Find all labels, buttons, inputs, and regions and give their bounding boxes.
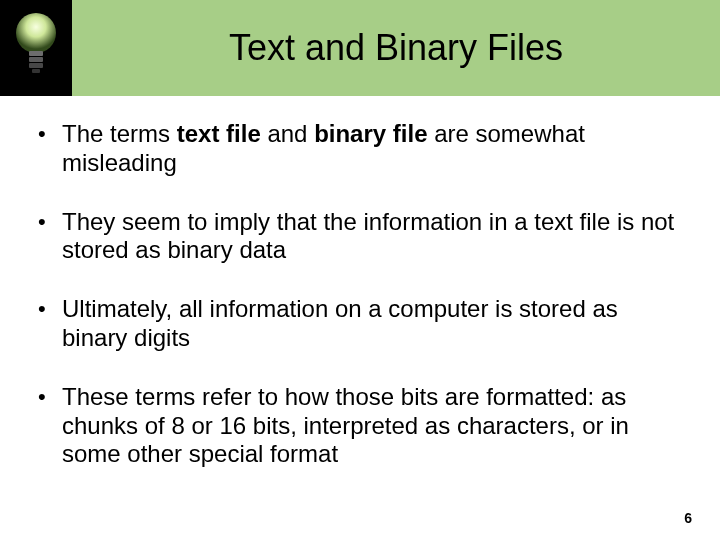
svg-rect-1 bbox=[29, 51, 43, 56]
svg-point-0 bbox=[16, 13, 56, 53]
lightbulb-icon bbox=[9, 7, 63, 89]
bullet-item: Ultimately, all information on a compute… bbox=[36, 295, 684, 353]
bullet-text: These terms refer to how those bits are … bbox=[62, 383, 629, 468]
slide-content: The terms text file and binary file are … bbox=[36, 120, 684, 499]
bullet-text: text file bbox=[177, 120, 261, 147]
bullet-text: They seem to imply that the information … bbox=[62, 208, 674, 264]
title-banner: Text and Binary Files bbox=[0, 0, 720, 96]
bullet-item: The terms text file and binary file are … bbox=[36, 120, 684, 178]
bullet-text: The terms bbox=[62, 120, 177, 147]
bullet-item: These terms refer to how those bits are … bbox=[36, 383, 684, 469]
page-number: 6 bbox=[684, 510, 692, 526]
slide: Text and Binary Files The terms text fil… bbox=[0, 0, 720, 540]
bullet-list: The terms text file and binary file are … bbox=[36, 120, 684, 469]
svg-rect-2 bbox=[29, 57, 43, 62]
svg-rect-3 bbox=[29, 63, 43, 68]
bullet-text: binary file bbox=[314, 120, 427, 147]
bullet-text: Ultimately, all information on a compute… bbox=[62, 295, 618, 351]
bullet-item: They seem to imply that the information … bbox=[36, 208, 684, 266]
svg-rect-4 bbox=[32, 69, 40, 73]
slide-title: Text and Binary Files bbox=[72, 0, 720, 96]
lightbulb-icon-box bbox=[0, 0, 72, 96]
bullet-text: and bbox=[261, 120, 314, 147]
